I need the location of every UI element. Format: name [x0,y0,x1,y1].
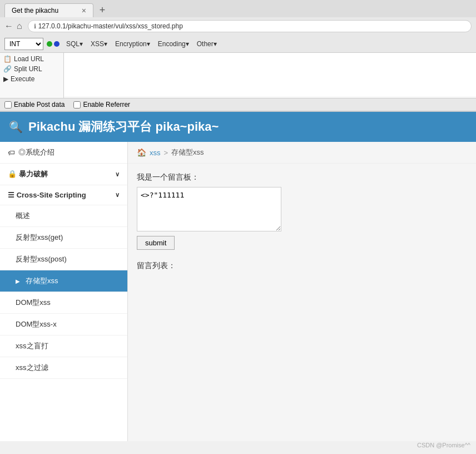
breadcrumb-current: 存储型xss [171,147,204,157]
toolbar-menu: SQL▾ XSS▾ Encryption▾ Encoding▾ Other▾ [63,39,220,49]
nav-bar: ← ⌂ ℹ 127.0.0.1/pikachu-master/vul/xss/x… [0,17,476,35]
sidebar-item-stored-xss[interactable]: 存储型xss [0,270,127,292]
enable-post-checkbox[interactable] [4,101,12,108]
home-button[interactable]: ⌂ [17,21,22,31]
brute-force-chevron: ∨ [115,171,120,178]
sidebar-item-overview[interactable]: 概述 [0,205,127,227]
tag-icon: 🏷 [8,149,15,157]
encoding-menu[interactable]: Encoding▾ [155,39,192,49]
hackbar-textarea-container [64,53,476,98]
load-url-button[interactable]: 📋 Load URL [0,54,63,64]
sidebar-item-reflected-post[interactable]: 反射型xss(post) [0,249,127,270]
message-list-label: 留言列表： [137,261,467,271]
breadcrumb: 🏠 xss > 存储型xss [128,142,476,164]
app-title: Pikachu 漏洞练习平台 pika~pika~ [28,119,219,135]
xss-icon: ☰ [8,191,14,199]
overview-label: 概述 [16,211,30,221]
close-tab-button[interactable]: × [82,6,86,15]
sidebar-item-reflected-get[interactable]: 反射型xss(get) [0,227,127,249]
sidebar-item-dom-xss-x[interactable]: DOM型xss-x [0,314,127,335]
encryption-menu[interactable]: Encryption▾ [112,39,153,49]
encoding-select[interactable]: INT UTF-8 [4,38,43,50]
enable-referrer-label[interactable]: Enable Referrer [73,101,130,108]
sidebar-item-xss-header[interactable]: ☰ Cross-Site Scripting ∨ [0,185,127,205]
toolbar-dots [47,41,60,47]
sql-menu[interactable]: SQL▾ [63,39,86,49]
sidebar-item-brute-force[interactable]: 🔒 暴力破解 ∨ [0,164,127,185]
back-button[interactable]: ← [4,21,13,31]
post-bar: Enable Post data Enable Referrer [0,98,476,111]
submit-button[interactable]: submit [137,236,175,250]
brute-force-icon: 🔒 [8,170,17,178]
sidebar-item-xss-filter[interactable]: xss之过滤 [0,357,127,379]
active-tab[interactable]: Get the pikachu × [4,3,93,17]
tab-title: Get the pikachu [12,7,77,14]
sidebar-item-intro[interactable]: 🏷 ◎系统介绍 [0,142,127,164]
load-url-icon: 📋 [3,55,12,63]
breadcrumb-separator: > [164,149,168,157]
green-dot [47,41,52,47]
toolbar-row: INT UTF-8 SQL▾ XSS▾ Encryption▾ Encoding… [0,35,476,53]
sidebar-item-xss-blind[interactable]: xss之盲打 [0,335,127,357]
main-content: 🏠 xss > 存储型xss 我是一个留言板： <>?"111111 submi… [128,142,476,441]
watermark: CSDN @Promise^^ [417,442,470,448]
split-url-icon: 🔗 [3,65,12,73]
execute-icon: ▶ [3,75,8,83]
enable-post-label[interactable]: Enable Post data [4,101,65,108]
enable-referrer-checkbox[interactable] [73,101,81,108]
app-icon: 🔍 [9,120,23,134]
home-breadcrumb-icon: 🏠 [137,148,146,157]
message-textarea[interactable]: <>?"111111 [137,187,281,231]
info-icon: ℹ [34,23,36,30]
tab-bar: Get the pikachu × + [0,0,476,17]
hackbar-area: 📋 Load URL 🔗 Split URL ▶ Execute [0,53,476,98]
content-wrapper: 🏷 ◎系统介绍 🔒 暴力破解 ∨ ☰ Cross-Site Scripting … [0,142,476,441]
sidebar: 🏷 ◎系统介绍 🔒 暴力破解 ∨ ☰ Cross-Site Scripting … [0,142,128,441]
app-header: 🔍 Pikachu 漏洞练习平台 pika~pika~ [0,112,476,142]
browser-chrome: Get the pikachu × + ← ⌂ ℹ 127.0.0.1/pika… [0,0,476,112]
hackbar-input[interactable] [64,53,476,96]
other-menu[interactable]: Other▾ [194,39,220,49]
split-url-button[interactable]: 🔗 Split URL [0,64,63,74]
sidebar-item-dom-xss[interactable]: DOM型xss [0,292,127,314]
address-text: 127.0.0.1/pikachu-master/vul/xss/xss_sto… [38,22,183,30]
address-bar[interactable]: ℹ 127.0.0.1/pikachu-master/vul/xss/xss_s… [28,20,472,32]
content-body: 我是一个留言板： <>?"111111 submit 留言列表： [128,164,476,280]
new-tab-button[interactable]: + [96,4,109,17]
message-board-label: 我是一个留言板： [137,172,467,182]
blue-dot [54,41,60,47]
execute-button[interactable]: ▶ Execute [0,74,63,84]
xss-chevron: ∨ [115,191,120,199]
hackbar-sidebar: 📋 Load URL 🔗 Split URL ▶ Execute [0,53,64,98]
xss-breadcrumb-link[interactable]: xss [150,149,161,157]
xss-menu[interactable]: XSS▾ [87,39,111,49]
